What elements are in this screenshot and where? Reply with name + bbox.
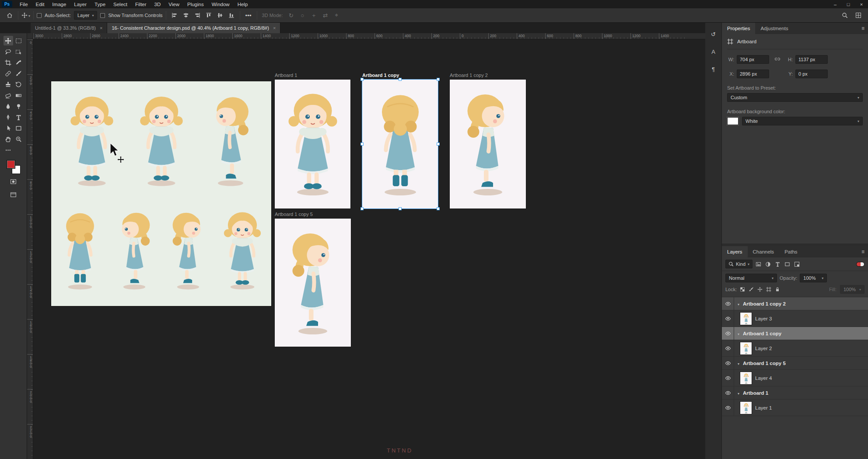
type-tool[interactable] <box>14 112 23 122</box>
layer-row[interactable]: Layer 1 <box>722 400 868 416</box>
panel-tab[interactable]: Adjustments <box>755 23 793 34</box>
gradient-tool[interactable] <box>14 90 23 100</box>
panel-menu-icon[interactable]: ≡ <box>861 249 868 255</box>
more-align-options-icon[interactable]: ••• <box>243 10 254 21</box>
layer-thumbnail[interactable] <box>740 342 752 355</box>
menu-item[interactable]: Plugins <box>183 0 208 8</box>
minimize-button[interactable]: – <box>829 0 842 8</box>
artboard-preset-dropdown[interactable]: Custom <box>727 93 863 102</box>
panel-menu-icon[interactable]: ≡ <box>861 25 868 31</box>
selection-handle[interactable] <box>399 207 402 210</box>
fill-dropdown[interactable]: 100% <box>840 285 864 294</box>
artboard-1[interactable] <box>275 80 350 209</box>
artboard-label[interactable]: Artboard 1 <box>275 73 297 78</box>
layer-row[interactable]: Layer 3 <box>722 310 868 327</box>
layer-filter-kind-dropdown[interactable]: Kind <box>725 260 752 268</box>
search-icon[interactable] <box>840 10 850 21</box>
menu-item[interactable]: View <box>164 0 183 8</box>
home-icon[interactable] <box>4 10 15 21</box>
visibility-eye-icon[interactable] <box>722 386 734 399</box>
lock-artboard-icon[interactable] <box>765 285 773 293</box>
visibility-eye-icon[interactable] <box>722 297 734 310</box>
lock-transparency-icon[interactable] <box>738 285 746 293</box>
document-tab[interactable]: 16- Consistent Character design.psd @ 40… <box>107 23 280 33</box>
smart-object-filter-icon[interactable] <box>792 260 801 268</box>
selection-handle[interactable] <box>399 78 402 81</box>
visibility-eye-icon[interactable] <box>722 400 734 416</box>
foreground-color-swatch[interactable] <box>7 160 15 169</box>
pen-tool[interactable] <box>4 112 13 122</box>
layer-thumbnail[interactable] <box>740 313 752 325</box>
align-center-horizontal-icon[interactable] <box>181 10 191 21</box>
align-left-icon[interactable] <box>169 10 180 21</box>
expand-chevron-icon[interactable] <box>734 361 743 366</box>
blur-tool[interactable] <box>4 101 13 111</box>
width-field[interactable]: 704 px <box>737 55 769 64</box>
type-layer-filter-icon[interactable] <box>773 260 782 268</box>
close-button[interactable]: × <box>855 0 868 8</box>
history-panel-icon[interactable]: ↺ <box>708 29 719 39</box>
menu-item[interactable]: Layer <box>70 0 91 8</box>
panel-tab[interactable]: Paths <box>779 246 802 257</box>
align-bottom-icon[interactable] <box>226 10 237 21</box>
artboard-label[interactable]: Artboard 1 copy 5 <box>275 212 313 217</box>
selection-handle[interactable] <box>360 207 364 210</box>
close-tab-icon[interactable]: × <box>100 25 102 31</box>
auto-select-checkbox[interactable] <box>37 13 42 18</box>
lock-all-icon[interactable] <box>774 285 781 293</box>
selection-handle[interactable] <box>437 78 440 81</box>
clone-stamp-tool[interactable] <box>4 80 13 89</box>
menu-item[interactable]: Filter <box>131 0 150 8</box>
history-brush-tool[interactable] <box>14 80 23 89</box>
layer-row[interactable]: Artboard 1 <box>722 386 868 400</box>
opacity-dropdown[interactable]: 100% <box>800 274 827 282</box>
selection-handle[interactable] <box>360 143 364 146</box>
artboard-label[interactable]: Artboard 1 copy 2 <box>450 73 488 78</box>
layer-row[interactable]: Artboard 1 copy 5 <box>722 357 868 370</box>
layer-row[interactable]: Artboard 1 copy <box>722 327 868 340</box>
visibility-eye-icon[interactable] <box>722 310 734 327</box>
expand-chevron-icon[interactable] <box>734 301 743 306</box>
character-sheet-artboard[interactable] <box>51 81 271 306</box>
x-field[interactable]: 2896 px <box>737 70 769 78</box>
dodge-tool[interactable] <box>14 101 23 111</box>
layer-filter-toggle[interactable] <box>856 262 864 267</box>
menu-item[interactable]: Help <box>234 0 252 8</box>
layer-row[interactable]: Artboard 1 copy 2 <box>722 297 868 310</box>
crop-tool[interactable] <box>4 58 13 67</box>
lock-pixels-icon[interactable] <box>747 285 755 293</box>
artboard-label-selected[interactable]: Artboard 1 copy <box>362 73 399 78</box>
shape-layer-filter-icon[interactable] <box>783 260 791 268</box>
layer-row[interactable]: Layer 4 <box>722 370 868 386</box>
artboard-1-copy[interactable] <box>362 80 438 209</box>
eraser-tool[interactable] <box>4 90 13 100</box>
artboard-bg-color-swatch[interactable] <box>727 117 738 125</box>
blend-mode-dropdown[interactable]: Normal <box>725 274 777 282</box>
hand-tool[interactable] <box>4 134 13 144</box>
lock-position-icon[interactable] <box>756 285 764 293</box>
eyedropper-tool[interactable] <box>14 58 23 67</box>
move-tool[interactable] <box>4 36 13 45</box>
selection-handle[interactable] <box>437 143 440 146</box>
menu-item[interactable]: Select <box>109 0 131 8</box>
layer-thumbnail[interactable] <box>740 402 752 414</box>
expand-chevron-icon[interactable] <box>734 390 743 396</box>
visibility-eye-icon[interactable] <box>722 357 734 369</box>
align-middle-icon[interactable] <box>215 10 225 21</box>
adjustment-layer-filter-icon[interactable] <box>763 260 772 268</box>
zoom-tool[interactable] <box>14 134 23 144</box>
pixel-layer-filter-icon[interactable] <box>754 260 763 268</box>
visibility-eye-icon[interactable] <box>722 327 734 340</box>
artboard-1-copy-2[interactable] <box>450 80 526 209</box>
menu-item[interactable]: 3D <box>150 0 165 8</box>
screen-mode-icon[interactable] <box>9 190 18 199</box>
menu-item[interactable]: Window <box>208 0 234 8</box>
quick-mask-icon[interactable] <box>9 177 18 186</box>
object-selection-tool[interactable] <box>14 47 23 56</box>
align-top-icon[interactable] <box>203 10 214 21</box>
expand-chevron-icon[interactable] <box>734 331 743 336</box>
tool-preset-dropdown[interactable] <box>21 12 30 18</box>
menu-item[interactable]: Type <box>91 0 109 8</box>
maximize-button[interactable]: □ <box>842 0 855 8</box>
menu-item[interactable]: File <box>16 0 32 8</box>
